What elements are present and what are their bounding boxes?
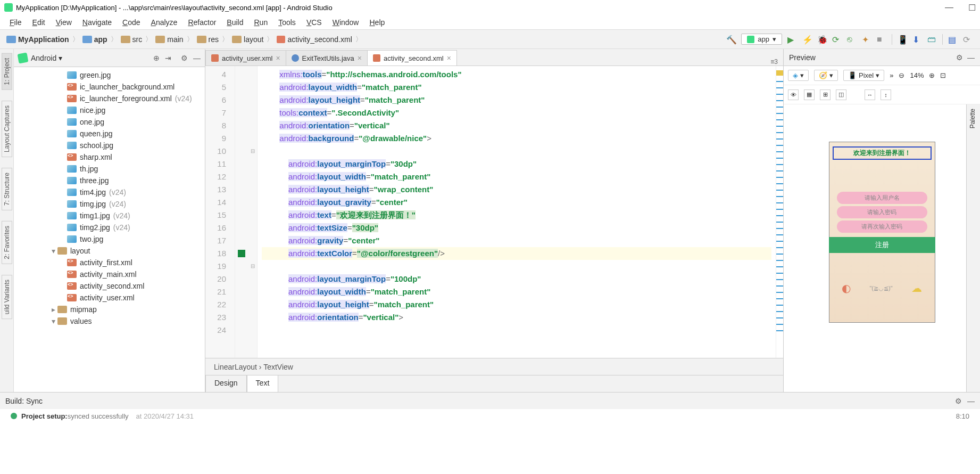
build-status-bar[interactable]: Build: Sync ⚙ — (0, 392, 980, 409)
tree-item-timg2-jpg[interactable]: timg2.jpg(v24) (14, 222, 205, 233)
menu-build[interactable]: Build (221, 18, 248, 27)
menu-edit[interactable]: Edit (27, 18, 51, 27)
tree-folder-mipmap[interactable]: ▸mipmap (14, 304, 205, 315)
run-icon[interactable]: ▶ (787, 35, 797, 44)
menu-window[interactable]: Window (327, 18, 364, 27)
menu-code[interactable]: Code (117, 18, 145, 27)
debug-icon[interactable]: 🐞 (817, 35, 827, 44)
menu-tools[interactable]: Tools (273, 18, 301, 27)
tree-item-three-jpg[interactable]: three.jpg (14, 175, 205, 186)
breadcrumb-layout[interactable]: layout (230, 35, 265, 44)
tree-item-th-jpg[interactable]: th.jpg (14, 163, 205, 175)
status-settings-icon[interactable]: ⚙ (955, 397, 962, 405)
tree-item-activity_second-xml[interactable]: activity_second.xml (14, 280, 205, 292)
tree-item-ic_launcher_background-xml[interactable]: ic_launcher_background.xml (14, 81, 205, 93)
settings-icon[interactable]: ⚙ (181, 54, 188, 62)
tree-item-queen-jpg[interactable]: queen.jpg (14, 128, 205, 140)
palette-strip[interactable]: Palette (966, 104, 980, 392)
menu-file[interactable]: File (4, 18, 27, 27)
stop-icon[interactable]: ■ (877, 35, 886, 44)
build-icon[interactable]: 🔨 (726, 35, 736, 44)
pan-icon[interactable]: ↔ (865, 89, 875, 100)
side-tab-uild-variants[interactable]: uild Variants (2, 275, 12, 319)
menu-navigate[interactable]: Navigate (77, 18, 117, 27)
scroll-to-source-icon[interactable]: ⊕ (153, 54, 160, 62)
code-editor[interactable]: 456789101112131415161718192021222324 ⊟⊟ … (205, 66, 783, 358)
tree-item-timg-jpg[interactable]: timg.jpg(v24) (14, 198, 205, 210)
apply-changes-icon[interactable]: ⚡ (802, 35, 812, 44)
breadcrumb-app[interactable]: app (80, 35, 110, 44)
zoom-out-icon[interactable]: ⊖ (899, 71, 904, 79)
resize-icon[interactable]: ↕ (881, 89, 891, 100)
tree-item-tim4-jpg[interactable]: tim4.jpg(v24) (14, 186, 205, 198)
hide-panel-icon[interactable]: — (193, 54, 201, 62)
tree-item-school-jpg[interactable]: school.jpg (14, 140, 205, 151)
zoom-fit-icon[interactable]: ⊡ (940, 71, 946, 79)
sync-gradle-icon[interactable]: ⟳ (963, 35, 973, 44)
tree-item-nice-jpg[interactable]: nice.jpg (14, 104, 205, 116)
status-hide-icon[interactable]: — (967, 397, 975, 405)
preview-hide-icon[interactable]: — (967, 53, 975, 62)
coverage-icon[interactable]: ✦ (862, 35, 871, 44)
editor-tab-ExitTextUtils-java[interactable]: ExitTextUtils.java × (286, 50, 368, 66)
resource-manager-icon[interactable]: 🗃 (927, 35, 937, 44)
layout-bounds-icon[interactable]: ⊞ (820, 89, 830, 100)
collapse-all-icon[interactable]: ⇥ (165, 54, 171, 62)
breadcrumb-src[interactable]: src (119, 35, 145, 44)
code-content[interactable]: xmlns:tools="http://schemas.android.com/… (258, 66, 776, 358)
preview-canvas[interactable]: 欢迎来到注册界面！ 请输入用户名 请输入密码 请再次输入密码 注册 ◐ "(≧◡… (784, 104, 980, 392)
tree-item-ic_launcher_foreground-xml[interactable]: ic_launcher_foreground.xml(v24) (14, 93, 205, 104)
breadcrumb-res[interactable]: res (195, 35, 221, 44)
tree-item-activity_first-xml[interactable]: activity_first.xml (14, 257, 205, 268)
side-tab-layout-captures[interactable]: Layout Captures (2, 101, 12, 157)
breadcrumb-main[interactable]: main (153, 35, 185, 44)
menu-refactor[interactable]: Refactor (182, 18, 221, 27)
tab-text[interactable]: Text (247, 375, 279, 392)
tree-item-timg1-jpg[interactable]: timg1.jpg(v24) (14, 210, 205, 222)
breadcrumb-MyApplication[interactable]: MyApplication (4, 35, 71, 44)
tree-item-one-jpg[interactable]: one.jpg (14, 116, 205, 128)
avd-manager-icon[interactable]: 📱 (898, 35, 907, 44)
surface-selector[interactable]: ◈▾ (788, 70, 809, 81)
window-minimize-button[interactable]: — (945, 3, 953, 13)
breadcrumb-activity_second-xml[interactable]: activity_second.xml (275, 35, 354, 44)
orientation-selector[interactable]: 🧭▾ (814, 70, 838, 81)
project-structure-icon[interactable]: ▤ (948, 35, 958, 44)
menu-analyze[interactable]: Analyze (146, 18, 183, 27)
profile-icon[interactable]: ⟳ (832, 35, 842, 44)
window-maximize-button[interactable]: ☐ (968, 3, 976, 13)
sdk-manager-icon[interactable]: ⬇ (912, 35, 922, 44)
tree-folder-layout[interactable]: ▾layout (14, 245, 205, 257)
menu-vcs[interactable]: VCS (301, 18, 327, 27)
preview-settings-icon[interactable]: ⚙ (956, 53, 963, 62)
close-tab-icon[interactable]: × (276, 54, 280, 62)
attach-debugger-icon[interactable]: ⎋ (847, 35, 857, 44)
run-config-selector[interactable]: app ▾ (741, 34, 782, 45)
tree-item-activity_main-xml[interactable]: activity_main.xml (14, 268, 205, 280)
editor-tab-activity_user-xml[interactable]: activity_user.xml × (205, 50, 286, 66)
side-tab-1-project[interactable]: 1: Project (2, 53, 12, 90)
editor-breadcrumb[interactable]: LinearLayout › TextView (205, 358, 783, 375)
side-tab-7-structure[interactable]: 7: Structure (2, 168, 12, 210)
menu-view[interactable]: View (51, 18, 77, 27)
tree-item-activity_user-xml[interactable]: activity_user.xml (14, 292, 205, 304)
tree-folder-values[interactable]: ▾values (14, 315, 205, 327)
tab-options-icon[interactable]: ≡3 (765, 58, 783, 66)
layout-grid-icon[interactable]: ▦ (804, 89, 815, 100)
tree-item-sharp-xml[interactable]: sharp.xml (14, 151, 205, 163)
project-view-selector[interactable]: Android ▾ (31, 54, 148, 62)
close-tab-icon[interactable]: × (447, 54, 451, 62)
tab-design[interactable]: Design (205, 375, 247, 392)
close-tab-icon[interactable]: × (358, 54, 362, 62)
menu-run[interactable]: Run (248, 18, 273, 27)
zoom-in-icon[interactable]: ⊕ (929, 71, 935, 79)
more-options-icon[interactable]: » (890, 71, 893, 79)
layout-variants-icon[interactable]: ◫ (836, 89, 846, 100)
tree-item-two-jpg[interactable]: two.jpg (14, 233, 205, 245)
error-stripe[interactable] (776, 66, 783, 358)
tree-item-green-jpg[interactable]: green.jpg (14, 69, 205, 81)
project-tree[interactable]: green.jpgic_launcher_background.xmlic_la… (14, 67, 205, 392)
device-selector[interactable]: 📱 Pixel▾ (843, 70, 884, 81)
side-tab-2-favorites[interactable]: 2: Favorites (2, 221, 12, 264)
menu-help[interactable]: Help (364, 18, 390, 27)
